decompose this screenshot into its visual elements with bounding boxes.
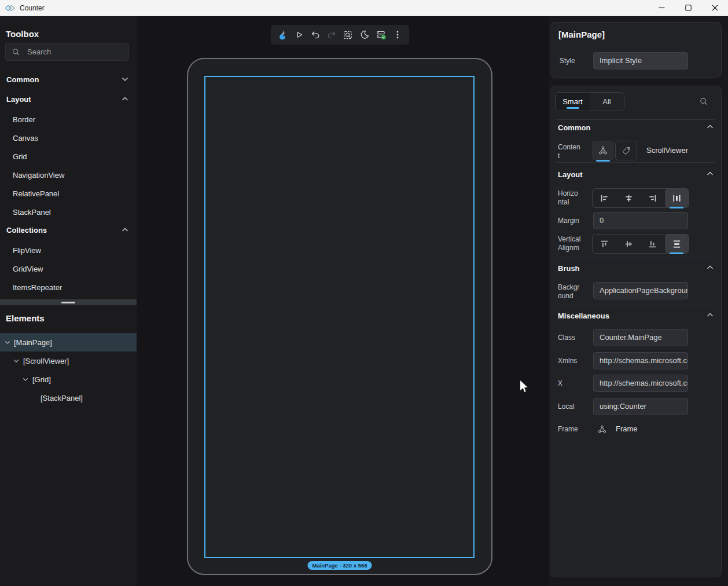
close-button[interactable] (701, 0, 728, 16)
toolbox-item-relativepanel[interactable]: RelativePanel (0, 184, 137, 203)
maximize-button[interactable] (675, 0, 701, 16)
content-mode-toggle (592, 141, 637, 160)
align-middle-button[interactable] (617, 235, 641, 253)
design-toolbar (271, 25, 409, 45)
x-field[interactable]: http://schemas.microsoft.com (593, 375, 688, 392)
toolbox-item-canvas[interactable]: Canvas (0, 129, 137, 147)
align-bottom-button[interactable] (641, 235, 665, 253)
toolbox-panel: Toolbox Common Layout Border Canvas Grid… (0, 16, 137, 586)
toolbox-section-layout[interactable]: Layout (0, 90, 137, 108)
splitter-grip-icon (61, 302, 75, 303)
section-label: Layout (6, 95, 31, 104)
search-input[interactable] (26, 47, 113, 57)
property-tabs: Smart All (555, 92, 624, 111)
chevron-up-icon[interactable] (707, 124, 714, 129)
chevron-up-icon[interactable] (707, 171, 714, 176)
element-label: [ScrollViewer] (23, 357, 69, 365)
local-label: Local (558, 398, 590, 415)
toolbox-item-label: Border (13, 115, 35, 124)
tab-all[interactable]: All (590, 93, 624, 111)
align-top-button[interactable] (593, 235, 617, 253)
xmlns-field[interactable]: http://schemas.microsoft.com (593, 352, 688, 369)
toolbox-item-navigationview[interactable]: NavigationView (0, 166, 137, 184)
connected-status-icon[interactable] (373, 27, 388, 42)
toolbox-item-border[interactable]: Border (0, 110, 137, 129)
toolbox-item-label: FlipView (13, 246, 41, 255)
toolbox-item-label: GridView (13, 265, 43, 273)
toolbox-item-label: RelativePanel (13, 189, 59, 198)
titlebar: Counter (0, 0, 728, 16)
property-search-icon[interactable] (699, 97, 708, 106)
class-field[interactable]: Counter.MainPage (593, 329, 688, 346)
undo-icon[interactable] (308, 27, 323, 42)
toolbox-search[interactable] (5, 43, 129, 61)
panel-splitter[interactable] (0, 299, 137, 305)
zoom-to-fit-icon[interactable] (341, 27, 356, 42)
play-icon[interactable] (292, 27, 307, 42)
margin-label: Margin (558, 212, 590, 229)
chevron-up-icon[interactable] (707, 265, 714, 270)
mainpage-design-surface[interactable] (204, 76, 475, 558)
divider (556, 162, 715, 163)
element-label: [MainPage] (14, 338, 52, 347)
selected-element-title: [MainPage] (558, 30, 605, 39)
local-value: using:Counter (600, 402, 646, 411)
align-left-button[interactable] (593, 189, 617, 207)
tag-mode-button[interactable] (615, 141, 637, 160)
section-label: Collections (6, 226, 47, 235)
toolbox-item-itemsrepeater[interactable]: ItemsRepeater (0, 278, 137, 296)
element-tree-item-mainpage[interactable]: [MainPage] (0, 333, 137, 351)
chevron-down-icon[interactable] (23, 378, 28, 382)
margin-field[interactable]: 0 (593, 212, 688, 229)
properties-panel: [MainPage] Style Implicit Style Smart Al… (549, 16, 728, 586)
align-center-button[interactable] (617, 189, 641, 207)
section-common-title: Common (558, 123, 590, 132)
xmlns-value: http://schemas.microsoft.com (600, 356, 688, 365)
class-value: Counter.MainPage (600, 333, 662, 342)
toolbox-item-gridview[interactable]: GridView (0, 259, 137, 278)
vertical-alignment-group (592, 234, 689, 254)
minimize-button[interactable] (648, 0, 675, 16)
divider (556, 119, 715, 120)
toolbox-section-common[interactable]: Common (0, 70, 137, 89)
app-logo-icon (5, 3, 14, 13)
x-label: X (558, 375, 590, 392)
tab-smart[interactable]: Smart (556, 93, 590, 111)
chevron-down-icon[interactable] (5, 340, 10, 345)
toolbox-item-stackpanel[interactable]: StackPanel (0, 203, 137, 221)
section-brush-title: Brush (558, 264, 580, 273)
element-label: [Grid] (32, 375, 51, 384)
theme-moon-icon[interactable] (357, 27, 372, 42)
element-tree-item-scrollviewer[interactable]: [ScrollViewer] (0, 351, 137, 370)
toolbox-item-flipview[interactable]: FlipView (0, 241, 137, 259)
toolbox-item-grid[interactable]: Grid (0, 147, 137, 166)
design-canvas[interactable]: MainPage - 320 x 568 (137, 16, 549, 586)
class-label: Class (558, 329, 590, 346)
more-options-icon[interactable] (390, 27, 405, 42)
chevron-up-icon[interactable] (707, 313, 714, 317)
style-field[interactable]: Implicit Style (593, 52, 688, 69)
chevron-down-icon[interactable] (13, 359, 19, 363)
element-icon (597, 424, 607, 434)
align-stretch-button[interactable] (665, 189, 689, 207)
chevron-down-icon (122, 77, 128, 82)
frame-label: Frame (558, 422, 590, 436)
element-tree-item-stackpanel[interactable]: [StackPanel] (0, 389, 137, 407)
horizontal-alignment-group (592, 188, 689, 208)
divider (556, 306, 715, 306)
align-right-button[interactable] (641, 189, 665, 207)
element-tree-item-grid[interactable]: [Grid] (0, 370, 137, 389)
align-stretch-vertical-button[interactable] (665, 235, 689, 253)
hot-reload-flame-icon[interactable] (275, 27, 290, 42)
section-label: Common (6, 75, 39, 84)
selected-element-card: [MainPage] Style Implicit Style (550, 22, 722, 78)
toolbox-item-label: Canvas (13, 134, 38, 142)
chevron-up-icon (122, 97, 128, 101)
x-value: http://schemas.microsoft.com (600, 379, 688, 387)
element-mode-button[interactable] (592, 141, 614, 160)
toolbox-section-collections[interactable]: Collections (0, 221, 137, 239)
background-field[interactable]: ApplicationPageBackground (593, 282, 688, 299)
redo-icon[interactable] (324, 27, 339, 42)
window-controls (648, 0, 728, 16)
local-field[interactable]: using:Counter (593, 398, 688, 415)
